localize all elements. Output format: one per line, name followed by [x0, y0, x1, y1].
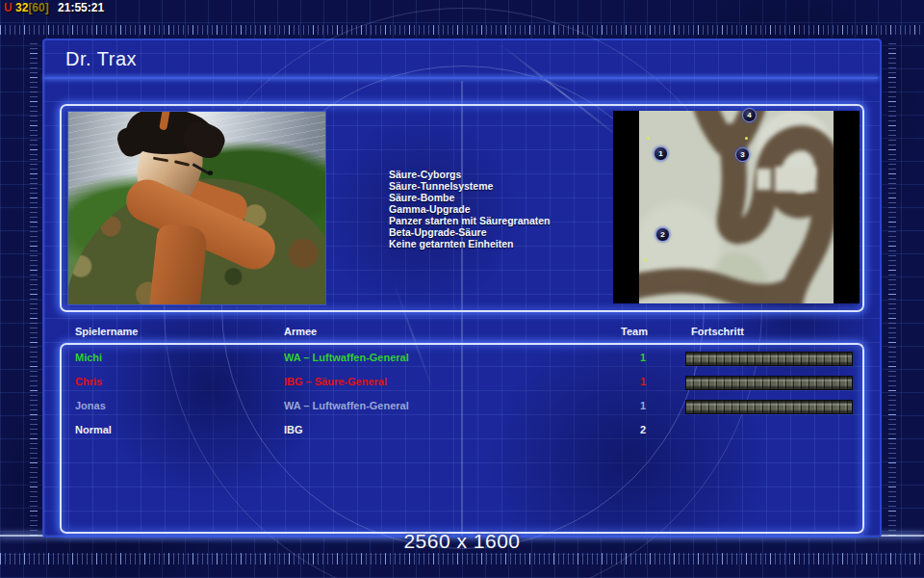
ability-item: Gamma-Upgrade: [389, 203, 610, 215]
ruler-left: [30, 42, 38, 536]
table-header: Spielername Armee Team Fortschritt: [62, 326, 862, 341]
ability-item: Säure-Bombe: [389, 192, 610, 203]
ability-item: Säure-Cyborgs: [389, 169, 610, 180]
header-fortschritt: Fortschritt: [691, 326, 744, 337]
map-dot: [647, 137, 650, 140]
table-row: ChrisIBG – Säure-General1: [62, 370, 862, 394]
progress-bar: [685, 376, 853, 390]
player-army: IBG: [284, 424, 303, 435]
general-portrait: [67, 111, 326, 305]
start-position-marker: 1: [654, 146, 668, 161]
minimap-terrain: [639, 111, 834, 303]
ruler-right: [888, 42, 896, 536]
start-position-marker: 2: [655, 227, 670, 242]
player-name: Chris: [75, 376, 102, 387]
minimap: 4132: [613, 111, 860, 303]
portrait-scarf: [148, 223, 208, 305]
header-armee: Armee: [284, 326, 317, 337]
fps-counter: 32: [15, 1, 28, 14]
ability-item: Beta-Upgrade-Säure: [389, 226, 610, 238]
player-rows: MichiWA – Luftwaffen-General1ChrisIBG – …: [62, 345, 862, 530]
player-name: Normal: [75, 424, 112, 435]
ability-item: Panzer starten mit Säuregranaten: [389, 215, 610, 226]
start-position-marker: 3: [735, 147, 750, 162]
header-team: Team: [611, 326, 657, 337]
player-army: IBG – Säure-General: [284, 376, 387, 387]
ability-item: Säure-Tunnelsysteme: [389, 180, 610, 192]
player-team: 1: [620, 376, 666, 387]
start-position-marker: 4: [742, 108, 757, 122]
abilities-list: Säure-CyborgsSäure-TunnelsystemeSäure-Bo…: [389, 169, 610, 250]
resolution-label: 2560 x 1600: [0, 530, 924, 553]
table-row: NormalIBG2: [62, 418, 862, 442]
map-dot: [644, 258, 647, 261]
header-spielername: Spielername: [75, 326, 138, 337]
player-team: 1: [620, 352, 666, 363]
player-team: 1: [620, 400, 666, 411]
progress-bar: [685, 352, 853, 366]
table-row: JonasWA – Luftwaffen-General1: [62, 394, 862, 418]
player-name: Michi: [75, 352, 102, 363]
page-title: Dr. Trax: [65, 48, 137, 70]
fps-cap: [60]: [28, 1, 48, 14]
player-name: Jonas: [75, 400, 106, 411]
debug-overlay: U 32[60] 21:55:21: [4, 1, 104, 14]
player-team: 2: [620, 424, 666, 435]
progress-bar-fill: [686, 401, 852, 413]
progress-bar: [685, 400, 853, 414]
title-separator: [44, 77, 878, 79]
portrait-headset-mic: [208, 171, 213, 175]
clock: 21:55:21: [58, 1, 104, 14]
table-row: MichiWA – Luftwaffen-General1: [62, 346, 862, 370]
ability-item: Keine getarnten Einheiten: [389, 238, 610, 250]
player-army: WA – Luftwaffen-General: [284, 400, 409, 411]
map-dot: [745, 137, 748, 140]
debug-flag: U: [4, 1, 13, 14]
player-army: WA – Luftwaffen-General: [284, 352, 409, 363]
progress-bar-fill: [686, 353, 852, 365]
progress-bar-fill: [686, 377, 852, 389]
